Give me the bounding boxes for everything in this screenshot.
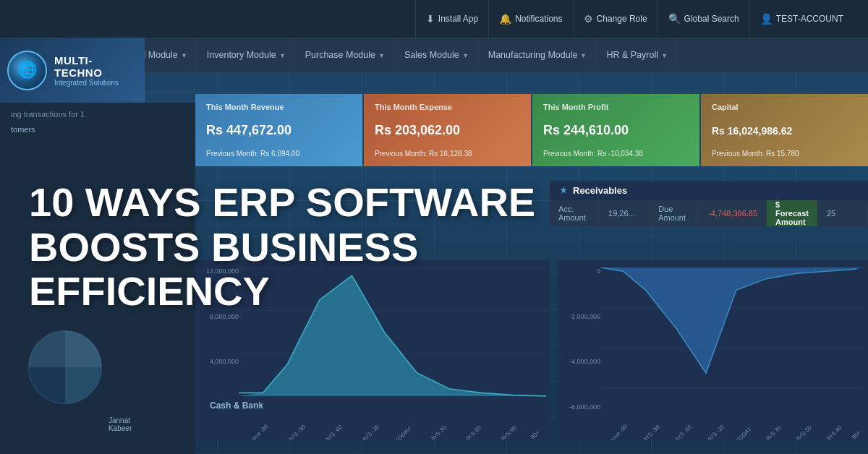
global-search-item[interactable]: 🔍 Global Search [658, 0, 749, 38]
global-search-label: Global Search [684, 14, 739, 24]
overlay-title: 10 WAYS ERP SOFTWARE BOOSTS BUSINESS EFF… [29, 180, 550, 314]
install-icon: ⬇ [426, 13, 435, 25]
notifications-item[interactable]: 🔔 Notifications [488, 0, 572, 38]
account-item[interactable]: 👤 TEST-ACCOUNT [749, 0, 854, 38]
notifications-label: Notifications [515, 14, 562, 24]
top-bar: ⬇ Install App 🔔 Notifications ⚙ Change R… [0, 0, 868, 38]
account-label: TEST-ACCOUNT [776, 14, 843, 24]
install-app-label: Install App [438, 14, 478, 24]
role-icon: ⚙ [584, 13, 593, 25]
user-icon: 👤 [760, 13, 773, 25]
change-role-label: Change Role [597, 14, 647, 24]
search-icon: 🔍 [668, 13, 681, 25]
bell-icon: 🔔 [499, 13, 511, 25]
overlay-text-area: 10 WAYS ERP SOFTWARE BOOSTS BUSINESS EFF… [0, 40, 868, 454]
install-app-item[interactable]: ⬇ Install App [415, 0, 488, 38]
change-role-item[interactable]: ⚙ Change Role [573, 0, 658, 38]
